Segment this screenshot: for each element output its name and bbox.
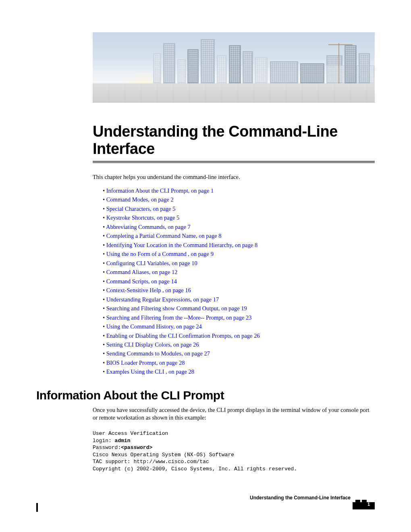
toc-link[interactable]: Examples Using the CLI , on page 28 bbox=[106, 368, 194, 375]
toc-item: • Abbreviating Commands, on page 7 bbox=[103, 222, 375, 231]
toc-link[interactable]: Abbreviating Commands, on page 7 bbox=[106, 224, 191, 230]
page-number: 1 bbox=[367, 502, 370, 507]
toc-item: • BIOS Loader Prompt, on page 28 bbox=[103, 358, 375, 367]
toc-item: • Completing a Partial Command Name, on … bbox=[103, 231, 375, 240]
toc-link[interactable]: Using the no Form of a Command , on page… bbox=[106, 251, 214, 257]
toc-link[interactable]: Context-Sensitive Help , on page 16 bbox=[106, 287, 191, 293]
toc-link[interactable]: Searching and Filtering from the --More-… bbox=[106, 314, 252, 321]
toc-link[interactable]: Enabling or Disabling the CLI Confirmati… bbox=[106, 332, 260, 339]
revision-bar bbox=[36, 503, 38, 512]
chapter-title: Understanding the Command-Line Interface bbox=[93, 123, 375, 158]
toc-item: • Examples Using the CLI , on page 28 bbox=[103, 367, 375, 376]
toc-link[interactable]: Searching and Filtering show Command Out… bbox=[106, 305, 247, 312]
section-paragraph: Once you have successfully accessed the … bbox=[93, 406, 375, 422]
toc-item: • Sending Commands to Modules, on page 2… bbox=[103, 349, 375, 358]
toc-item: • Context-Sensitive Help , on page 16 bbox=[103, 286, 375, 295]
toc-item: • Command Scripts, on page 14 bbox=[103, 277, 375, 286]
toc-item: • Command Aliases, on page 12 bbox=[103, 268, 375, 276]
table-of-contents: • Information About the CLI Prompt, on p… bbox=[103, 186, 375, 376]
toc-link[interactable]: Sending Commands to Modules, on page 27 bbox=[106, 350, 210, 357]
toc-item: • Keystroke Shortcuts, on page 5 bbox=[103, 213, 375, 222]
section-title: Information About the CLI Prompt bbox=[36, 389, 375, 402]
toc-link[interactable]: Keystroke Shortcuts, on page 5 bbox=[106, 214, 180, 221]
toc-item: • Searching and Filtering from the --Mor… bbox=[103, 313, 375, 322]
toc-link[interactable]: Information About the CLI Prompt, on pag… bbox=[106, 187, 214, 194]
toc-link[interactable]: Completing a Partial Command Name, on pa… bbox=[106, 233, 222, 239]
toc-link[interactable]: Configuring CLI Variables, on page 10 bbox=[106, 260, 197, 266]
toc-item: • Information About the CLI Prompt, on p… bbox=[103, 186, 375, 195]
toc-item: • Configuring CLI Variables, on page 10 bbox=[103, 259, 375, 268]
toc-item: • Searching and Filtering show Command O… bbox=[103, 304, 375, 313]
toc-item: • Identifying Your Location in the Comma… bbox=[103, 241, 375, 249]
page-footer: Understanding the Command-Line Interface… bbox=[36, 495, 375, 511]
chapter-banner-image bbox=[93, 32, 375, 103]
toc-item: • Special Characters, on page 5 bbox=[103, 204, 375, 213]
toc-link[interactable]: Special Characters, on page 5 bbox=[106, 206, 176, 212]
toc-item: • Setting CLI Display Colors, on page 26 bbox=[103, 340, 375, 349]
toc-link[interactable]: Command Modes, on page 2 bbox=[106, 196, 174, 203]
chapter-intro: This chapter helps you understand the co… bbox=[93, 174, 375, 181]
toc-item: • Using the Command History, on page 24 bbox=[103, 322, 375, 331]
toc-item: • Command Modes, on page 2 bbox=[103, 195, 375, 204]
title-divider bbox=[93, 161, 375, 163]
toc-link[interactable]: Identifying Your Location in the Command… bbox=[106, 242, 258, 248]
toc-link[interactable]: BIOS Loader Prompt, on page 28 bbox=[106, 360, 185, 366]
toc-link[interactable]: Command Scripts, on page 14 bbox=[106, 278, 177, 285]
toc-link[interactable]: Using the Command History, on page 24 bbox=[106, 323, 202, 330]
toc-link[interactable]: Understanding Regular Expressions, on pa… bbox=[106, 296, 219, 303]
toc-link[interactable]: Setting CLI Display Colors, on page 26 bbox=[106, 341, 199, 348]
toc-item: • Enabling or Disabling the CLI Confirma… bbox=[103, 331, 375, 340]
toc-link[interactable]: Command Aliases, on page 12 bbox=[106, 269, 178, 275]
toc-item: • Using the no Form of a Command , on pa… bbox=[103, 249, 375, 258]
toc-item: • Understanding Regular Expressions, on … bbox=[103, 295, 375, 304]
footer-chapter-title: Understanding the Command-Line Interface bbox=[36, 495, 375, 501]
code-example: User Access Verification login: admin Pa… bbox=[93, 430, 375, 472]
